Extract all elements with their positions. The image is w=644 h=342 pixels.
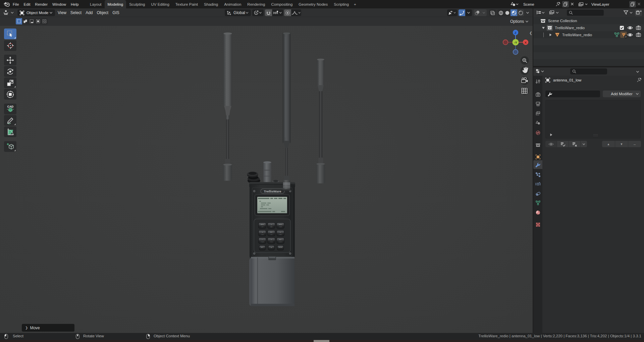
svg-text:◄: ◄ bbox=[262, 232, 263, 233]
svg-text:CAD: CAD bbox=[7, 105, 13, 108]
svg-text:ENT: ENT bbox=[270, 232, 273, 233]
svg-text:MENU: MENU bbox=[279, 224, 282, 225]
svg-text:▼: ▼ bbox=[271, 239, 272, 240]
svg-text:▲: ▲ bbox=[271, 224, 272, 225]
svg-text:3 DEF: 3 DEF bbox=[279, 226, 282, 228]
svg-text:-Y: -Y bbox=[514, 41, 517, 44]
svg-text:1 SP: 1 SP bbox=[261, 226, 264, 228]
svg-text:↩: ↩ bbox=[262, 239, 263, 240]
svg-text:MENU: MENU bbox=[261, 224, 264, 225]
svg-text:7 PQRS: 7 PQRS bbox=[260, 241, 264, 243]
svg-text:8 TUV: 8 TUV bbox=[270, 241, 273, 243]
svg-text:2 ABC: 2 ABC bbox=[270, 226, 273, 228]
svg-text:9 WXYZ: 9 WXYZ bbox=[278, 241, 282, 243]
svg-text:ALP: ALP bbox=[261, 247, 264, 248]
svg-text:ALT: ALT bbox=[279, 239, 281, 240]
svg-text:X: X bbox=[525, 41, 527, 44]
svg-text:Z: Z bbox=[515, 31, 517, 35]
svg-text:4 GHI: 4 GHI bbox=[261, 234, 264, 235]
svg-text:►: ► bbox=[280, 232, 281, 233]
svg-text:6 MNO: 6 MNO bbox=[279, 234, 282, 235]
svg-text:5 JKL: 5 JKL bbox=[270, 234, 273, 235]
svg-text:MODE: MODE bbox=[279, 247, 282, 248]
